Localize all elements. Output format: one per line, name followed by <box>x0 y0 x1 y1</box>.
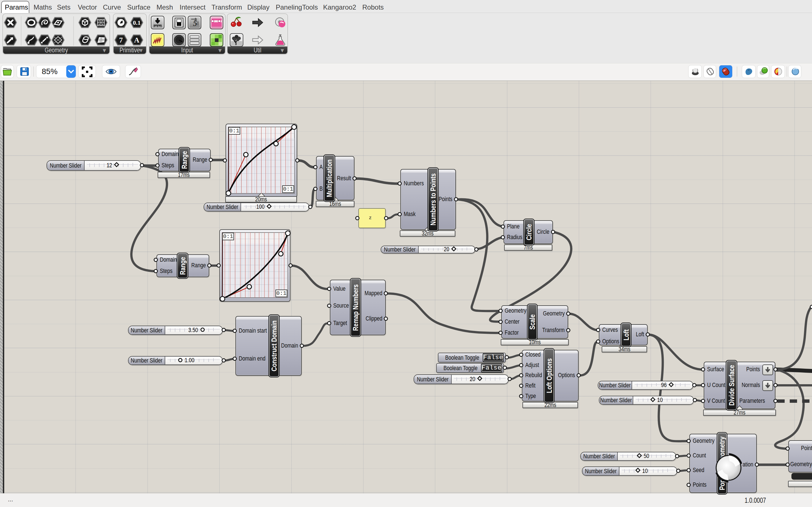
svg-text:0.1: 0.1 <box>133 19 141 26</box>
svg-text:5: 5 <box>193 18 197 27</box>
svg-text:A: A <box>134 36 140 44</box>
svg-text:7: 7 <box>119 36 123 44</box>
